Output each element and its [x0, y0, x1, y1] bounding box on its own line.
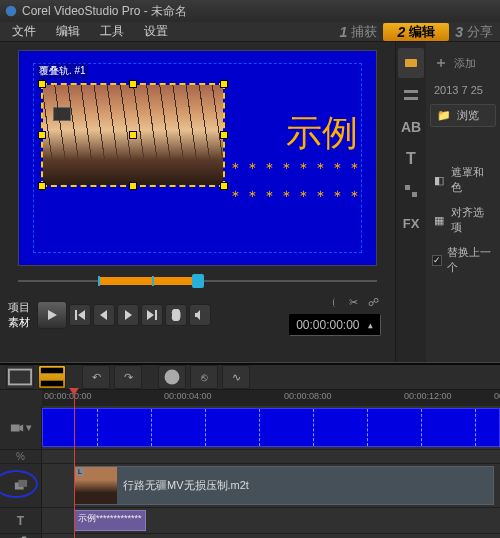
- overlay-clip-filename: 行路无疆MV无损压制.m2t: [123, 478, 249, 493]
- timeline-panel: ↶ ↷ ⎋ ∿ 00:00:00:00 00:00:04:00 00:00:08…: [0, 365, 500, 538]
- timeline-ruler[interactable]: 00:00:00:00 00:00:04:00 00:00:08:00 00:0…: [42, 390, 500, 406]
- title-clip[interactable]: 示例*************: [74, 510, 146, 531]
- tab-text[interactable]: T: [398, 144, 424, 174]
- svg-rect-8: [41, 381, 63, 387]
- tab-title[interactable]: AB: [398, 112, 424, 142]
- window-title: Corel VideoStudio Pro - 未命名: [22, 3, 187, 20]
- sample-text: 示例: [286, 109, 358, 158]
- voice-track: 🎤: [0, 534, 500, 538]
- mode-project-label[interactable]: 项目: [8, 300, 30, 315]
- video-track-head[interactable]: ▾: [0, 406, 42, 449]
- resize-handle-ne[interactable]: [220, 80, 228, 88]
- svg-point-9: [165, 370, 180, 385]
- sample-stars-2: ＊＊＊＊＊＊＊＊: [228, 187, 364, 206]
- menu-edit[interactable]: 编辑: [46, 23, 90, 40]
- svg-point-0: [6, 6, 17, 17]
- resize-handle-w[interactable]: [38, 131, 46, 139]
- cut-icon[interactable]: ✂: [345, 294, 361, 310]
- timeline-playhead[interactable]: [74, 390, 75, 538]
- video-track-body[interactable]: [42, 406, 500, 449]
- step-edit[interactable]: 2 编辑: [383, 23, 449, 41]
- tab-filter[interactable]: FX: [398, 208, 424, 238]
- option-mask[interactable]: ◧ 遮罩和色: [430, 163, 496, 197]
- timeline-toolbar: ↶ ↷ ⎋ ∿: [0, 365, 500, 390]
- step-share[interactable]: 3 分享: [451, 23, 497, 41]
- mode-clip-label[interactable]: 素材: [8, 315, 30, 330]
- browse-button[interactable]: 📁 浏览: [430, 104, 496, 127]
- expand-icon[interactable]: ▾: [26, 421, 32, 434]
- link-icon[interactable]: ☍: [365, 294, 381, 310]
- overlay-track-head[interactable]: [0, 464, 42, 507]
- option-align[interactable]: ▦ 对齐选项: [430, 203, 496, 237]
- voice-track-head[interactable]: 🎤: [0, 534, 42, 538]
- menu-settings[interactable]: 设置: [134, 23, 178, 40]
- menu-tools[interactable]: 工具: [90, 23, 134, 40]
- add-label: 添加: [454, 56, 476, 71]
- folder-icon: 📁: [437, 109, 451, 122]
- system-volume-button[interactable]: [189, 304, 211, 326]
- scrub-marker[interactable]: [152, 276, 154, 286]
- repeat-button[interactable]: [165, 304, 187, 326]
- overlay-track-body[interactable]: L 行路无疆MV无损压制.m2t: [42, 464, 500, 507]
- scrub-playhead[interactable]: [192, 274, 204, 288]
- link-track-head[interactable]: %: [0, 450, 42, 463]
- overlay-track: L 行路无疆MV无损压制.m2t: [0, 464, 500, 508]
- scrub-bar[interactable]: [18, 272, 377, 290]
- resize-handle-nw[interactable]: [38, 80, 46, 88]
- tab-graphic[interactable]: [398, 176, 424, 206]
- app-icon: [4, 4, 18, 18]
- tool-mixer[interactable]: ⎋: [190, 365, 218, 389]
- next-frame-button[interactable]: [117, 304, 139, 326]
- scrub-in-point[interactable]: [98, 276, 100, 286]
- menu-file[interactable]: 文件: [2, 23, 46, 40]
- title-track: T 示例*************: [0, 508, 500, 534]
- undo-button[interactable]: ↶: [82, 365, 110, 389]
- resize-handle-se[interactable]: [220, 182, 228, 190]
- goto-start-button[interactable]: [69, 304, 91, 326]
- scrub-range[interactable]: [98, 277, 198, 285]
- prev-frame-button[interactable]: [93, 304, 115, 326]
- side-tabs: AB T FX: [396, 42, 426, 362]
- tab-media[interactable]: [398, 48, 424, 78]
- overlay-clip-selection[interactable]: 覆叠轨. #1: [41, 83, 225, 187]
- option-replace[interactable]: 替换上一个: [430, 243, 496, 277]
- tab-transition[interactable]: [398, 80, 424, 110]
- menubar: 文件 编辑 工具 设置 1 捕获 2 编辑 3 分享: [0, 22, 500, 42]
- svg-rect-10: [10, 424, 19, 431]
- resize-handle-s[interactable]: [129, 182, 137, 190]
- move-handle-center[interactable]: [129, 131, 137, 139]
- overlay-clip[interactable]: L 行路无疆MV无损压制.m2t: [74, 466, 494, 505]
- timeline-view-button[interactable]: [38, 365, 66, 389]
- link-track: %: [0, 450, 500, 464]
- checkbox-replace[interactable]: [432, 255, 442, 266]
- step-capture[interactable]: 1 捕获: [336, 23, 382, 41]
- resize-handle-sw[interactable]: [38, 182, 46, 190]
- preview-canvas[interactable]: 覆叠轨. #1 示例 ＊＊＊＊＊＊＊＊ ＊＊＊: [18, 50, 377, 266]
- title-track-head[interactable]: T: [0, 508, 42, 533]
- svg-rect-6: [9, 370, 31, 385]
- storyboard-view-button[interactable]: [6, 365, 34, 389]
- tool-record[interactable]: [158, 365, 186, 389]
- align-icon: ▦: [432, 213, 446, 227]
- playback-controls: 项目 素材 ⟮ ✂ ☍ 00:00:00:00 ▴: [0, 290, 395, 336]
- overlay-label: 覆叠轨. #1: [37, 63, 88, 79]
- add-button[interactable]: ＋ 添加: [430, 50, 496, 76]
- goto-end-button[interactable]: [141, 304, 163, 326]
- browse-label: 浏览: [457, 108, 479, 123]
- video-clip[interactable]: [42, 408, 500, 447]
- title-track-body[interactable]: 示例*************: [42, 508, 500, 533]
- play-button[interactable]: [37, 301, 67, 329]
- mark-in-icon[interactable]: ⟮: [325, 294, 341, 310]
- svg-rect-1: [405, 59, 417, 67]
- sample-stars-1: ＊＊＊＊＊＊＊＊: [228, 159, 364, 178]
- svg-rect-7: [41, 368, 63, 374]
- date-label: 2013 7 25: [430, 82, 496, 98]
- resize-handle-e[interactable]: [220, 131, 228, 139]
- timecode-display[interactable]: 00:00:00:00 ▴: [289, 314, 381, 336]
- side-panel: AB T FX ＋ 添加 2013 7 25 📁 浏览 ◧ 遮罩和色 ▦ 对齐选…: [395, 42, 500, 362]
- preview-pane: 覆叠轨. #1 示例 ＊＊＊＊＊＊＊＊ ＊＊＊: [0, 42, 395, 362]
- redo-button[interactable]: ↷: [114, 365, 142, 389]
- tool-audio[interactable]: ∿: [222, 365, 250, 389]
- overlay-logo-icon: [53, 107, 71, 121]
- resize-handle-n[interactable]: [129, 80, 137, 88]
